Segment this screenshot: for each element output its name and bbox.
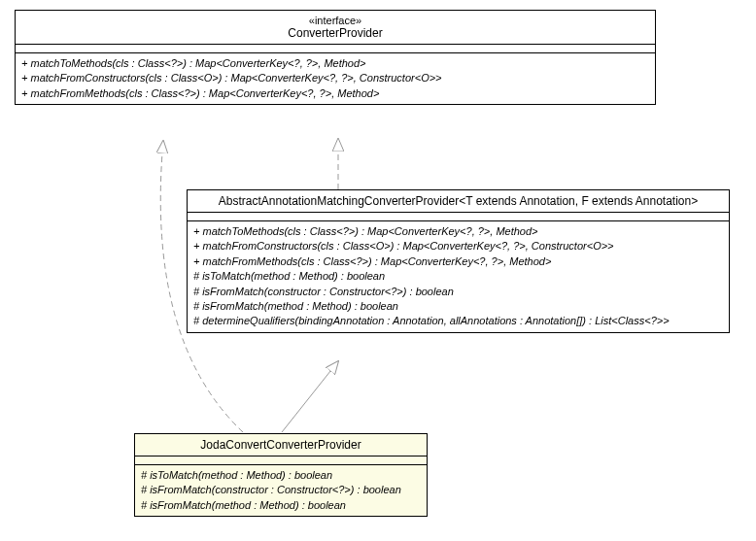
attributes-section [135,456,427,465]
attributes-section [188,213,729,221]
attributes-section [16,45,655,53]
method-item: # isToMatch(method : Method) : boolean [141,468,421,483]
stereotype-label: «interface» [23,15,647,26]
methods-section: # isToMatch(method : Method) : boolean #… [135,465,427,516]
class-name-text: JodaConvertConverterProvider [200,438,361,452]
methods-section: + matchToMethods(cls : Class<?>) : Map<C… [188,221,729,332]
class-joda-convert: JodaConvertConverterProvider # isToMatch… [134,433,428,517]
method-item: # determineQualifiers(bindingAnnotation … [193,314,723,328]
method-item: # isToMatch(method : Method) : boolean [193,269,723,284]
class-header: «interface» ConverterProvider [16,11,655,45]
method-item: # isFromMatch(method : Method) : boolean [141,498,421,513]
method-item: + matchFromConstructors(cls : Class<O>) … [21,71,649,85]
method-item: # isFromMatch(constructor : Constructor<… [141,483,421,497]
method-item: + matchFromMethods(cls : Class<?>) : Map… [21,86,649,101]
class-name-text: ConverterProvider [288,26,382,40]
class-abstract-annotation-matching: AbstractAnnotationMatchingConverterProvi… [187,189,730,333]
methods-section: + matchToMethods(cls : Class<?>) : Map<C… [16,53,655,104]
method-item: + matchToMethods(cls : Class<?>) : Map<C… [21,56,649,71]
method-item: + matchFromMethods(cls : Class<?>) : Map… [193,254,723,269]
method-item: + matchToMethods(cls : Class<?>) : Map<C… [193,224,723,239]
class-header: JodaConvertConverterProvider [135,434,427,456]
method-item: # isFromMatch(method : Method) : boolean [193,299,723,314]
class-name-text: AbstractAnnotationMatchingConverterProvi… [219,194,698,208]
method-item: + matchFromConstructors(cls : Class<O>) … [193,239,723,254]
class-header: AbstractAnnotationMatchingConverterProvi… [188,190,729,213]
interface-converter-provider: «interface» ConverterProvider + matchToM… [15,10,656,105]
method-item: # isFromMatch(constructor : Constructor<… [193,285,723,299]
